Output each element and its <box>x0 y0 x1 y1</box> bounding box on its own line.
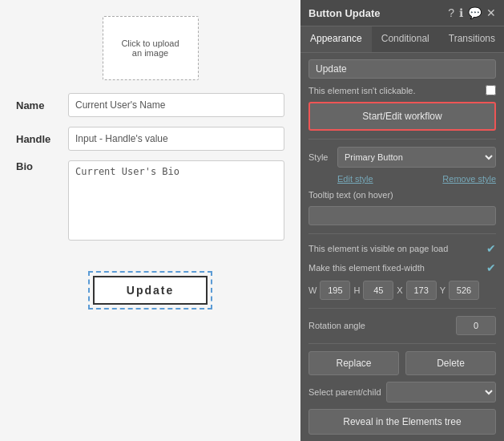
style-row: Style Primary Button <box>308 147 496 168</box>
x-input[interactable] <box>406 281 437 300</box>
y-input[interactable] <box>449 281 479 300</box>
tab-appearance[interactable]: Appearance <box>300 26 372 52</box>
fixed-width-check-icon: ✔ <box>486 261 496 274</box>
info-icon[interactable]: ℹ <box>459 6 463 19</box>
comment-icon[interactable]: 💬 <box>468 6 482 19</box>
remove-style-link[interactable]: Remove style <box>442 174 496 184</box>
visible-row: This element is visible on page load ✔ <box>308 242 496 255</box>
update-btn-wrapper: Update <box>88 271 212 310</box>
handle-label: Handle <box>16 133 68 145</box>
right-panel: Button Update ? ℹ 💬 ✕ Appearance Conditi… <box>300 0 504 441</box>
header-icons: ? ℹ 💬 ✕ <box>448 6 496 19</box>
tab-conditional[interactable]: Conditional <box>372 26 439 52</box>
w-input[interactable] <box>320 281 350 300</box>
fixed-width-label: Make this element fixed-width <box>308 263 425 273</box>
h-input[interactable] <box>363 281 393 300</box>
visible-label: This element is visible on page load <box>308 244 448 253</box>
clickable-label: This element isn't clickable. <box>308 86 416 95</box>
name-label: Name <box>16 99 68 111</box>
name-input[interactable] <box>68 93 284 117</box>
edit-style-link[interactable]: Edit style <box>337 174 373 184</box>
fixed-width-row: Make this element fixed-width ✔ <box>308 261 496 274</box>
reveal-elements-tree-button[interactable]: Reveal in the Elements tree <box>308 409 496 435</box>
tooltip-label: Tooltip text (on hover) <box>308 190 496 200</box>
handle-input[interactable] <box>68 127 284 151</box>
panel-title: Button Update <box>308 7 381 19</box>
replace-button[interactable]: Replace <box>308 351 399 375</box>
panel-header: Button Update ? ℹ 💬 ✕ <box>300 0 504 26</box>
w-label: W <box>308 285 317 295</box>
tab-transitions[interactable]: Transitions <box>439 26 504 52</box>
action-btns-row: Replace Delete <box>308 351 496 375</box>
dimensions-row: W H X Y <box>308 281 496 300</box>
y-label: Y <box>440 285 446 295</box>
bio-textarea[interactable]: Current User's Bio <box>68 160 284 241</box>
select-parent-label: Select parent/child <box>308 387 381 397</box>
update-button[interactable]: Update <box>93 276 208 305</box>
update-btn-container: Update <box>16 271 284 310</box>
select-parent-row: Select parent/child <box>308 382 496 403</box>
bio-field-row: Bio Current User's Bio <box>16 160 284 241</box>
tooltip-input[interactable] <box>308 206 496 225</box>
start-edit-workflow-button[interactable]: Start/Edit workflow <box>308 102 496 131</box>
h-label: H <box>353 285 360 295</box>
select-parent-select[interactable] <box>386 382 497 403</box>
form-section: Name Handle Bio Current User's Bio <box>16 93 284 250</box>
edit-remove-row: Edit style Remove style <box>308 174 496 184</box>
left-panel: Click to upload an image Name Handle Bio… <box>0 0 300 441</box>
close-icon[interactable]: ✕ <box>486 6 496 19</box>
content-label-input[interactable] <box>308 59 496 79</box>
rotation-input[interactable] <box>456 316 496 335</box>
upload-text: Click to upload an image <box>121 38 179 58</box>
style-select[interactable]: Primary Button <box>337 147 496 168</box>
upload-image-box[interactable]: Click to upload an image <box>103 16 199 80</box>
bio-label: Bio <box>16 160 68 172</box>
clickable-row: This element isn't clickable. <box>308 85 496 95</box>
rotation-label: Rotation angle <box>308 321 365 330</box>
handle-field-row: Handle <box>16 127 284 151</box>
clickable-checkbox[interactable] <box>486 85 496 95</box>
help-icon[interactable]: ? <box>448 6 454 19</box>
tabs-row: Appearance Conditional Transitions <box>300 26 504 53</box>
x-label: X <box>397 285 402 295</box>
visible-check-icon: ✔ <box>486 242 496 255</box>
rotation-row: Rotation angle <box>308 316 496 335</box>
name-field-row: Name <box>16 93 284 117</box>
style-label: Style <box>308 152 333 162</box>
panel-body: This element isn't clickable. Start/Edit… <box>300 53 504 441</box>
delete-button[interactable]: Delete <box>405 351 496 375</box>
